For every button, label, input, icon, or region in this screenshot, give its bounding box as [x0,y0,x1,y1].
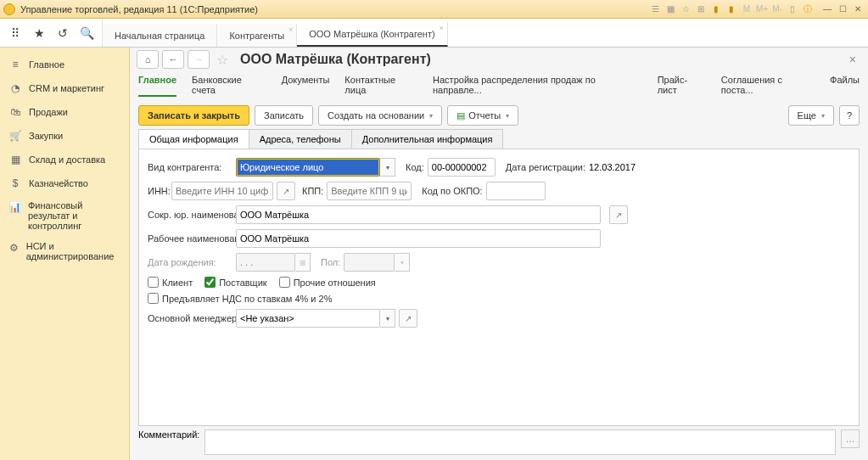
toolbar-icons: ☰ ▦ ☆ ⊞ ▮ ▮ M M+ M- ▯ ⓘ [649,3,814,15]
tab-contragents[interactable]: Контрагенты× [217,24,297,47]
sidebar-item-finresult[interactable]: 📊Финансовый результат и контроллинг [0,195,129,236]
tab-close-icon[interactable]: × [439,24,443,32]
back-button[interactable]: ← [162,50,184,69]
menu-icon: ≡ [8,58,22,71]
info-icon[interactable]: ⓘ [802,3,814,15]
okpo-input[interactable] [486,182,546,200]
sidebar-item-crm[interactable]: ◔CRM и маркетинг [0,76,129,100]
icon-m1[interactable]: M [741,3,753,15]
title-bar: Управление торговлей, редакция 11 (1С:Пр… [0,0,868,19]
subtab-addresses[interactable]: Адреса, телефоны [249,129,352,149]
icon-d[interactable]: ⊞ [695,3,707,15]
nav-docs[interactable]: Документы [282,73,330,97]
nav-bank[interactable]: Банковские счета [192,73,266,97]
type-select[interactable] [236,158,380,177]
other-checkbox[interactable]: Прочие отношения [279,277,376,288]
icon-a[interactable]: ☰ [649,3,661,15]
supplier-checkbox[interactable]: Поставщик [204,277,266,288]
manager-select[interactable] [236,309,380,328]
type-dropdown-icon[interactable]: ▾ [380,158,395,177]
icon-e[interactable]: ▮ [710,3,722,15]
help-button[interactable]: ? [839,105,860,126]
star-icon[interactable]: ★ [29,23,49,43]
close-button[interactable]: ✕ [851,3,865,15]
sidebar-item-purchases[interactable]: 🛒Закупки [0,124,129,148]
tab-current[interactable]: ООО Матрёшка (Контрагент)× [297,22,447,47]
panel-close-icon[interactable]: × [844,53,861,66]
sidebar: ≡Главное ◔CRM и маркетинг 🛍Продажи 🛒Заку… [0,48,130,460]
chart-icon: 📊 [8,200,21,214]
comment-expand-button[interactable]: … [841,429,860,448]
icon-f[interactable]: ▮ [725,3,737,15]
save-close-button[interactable]: Записать и закрыть [138,105,249,126]
nav-row: Главное Банковские счета Документы Конта… [130,71,868,102]
favorite-star-icon[interactable]: ☆ [216,52,228,68]
sidebar-item-warehouse[interactable]: ▦Склад и доставка [0,148,129,171]
sidebar-item-sales[interactable]: 🛍Продажи [0,100,129,124]
subtab-general[interactable]: Общая информация [138,129,249,149]
client-checkbox[interactable]: Клиент [148,277,193,288]
action-row: Записать и закрыть Записать Создать на о… [130,102,868,129]
code-input[interactable] [428,158,496,177]
icon-m2[interactable]: M+ [756,3,768,15]
sidebar-item-treasury[interactable]: $Казначейство [0,171,129,195]
vat-checkbox[interactable]: Предъявляет НДС по ставкам 4% и 2% [148,293,332,304]
subtabs: Общая информация Адреса, телефоны Дополн… [130,129,868,149]
gear-icon: ⚙ [8,241,20,255]
pie-icon: ◔ [8,81,22,95]
nav-files[interactable]: Файлы [830,73,860,97]
manager-label: Основной менеджер: [148,313,232,323]
app-icon [3,3,15,15]
more-button[interactable]: Еще▾ [788,105,834,126]
comment-input[interactable] [204,429,836,455]
box-icon: ▦ [8,153,22,166]
content: ⌂ ← → ☆ ООО Матрёшка (Контрагент) × Глав… [130,48,868,460]
work-input[interactable] [236,229,601,248]
subtab-extra[interactable]: Дополнительная информация [351,129,504,149]
okpo-label: Код по ОКПО: [422,186,482,196]
save-button[interactable]: Записать [255,105,313,126]
birth-input [236,253,295,272]
code-label: Код: [406,162,424,172]
manager-dropdown-icon[interactable]: ▾ [380,309,395,328]
sidebar-item-main[interactable]: ≡Главное [0,53,129,76]
short-label: Сокр. юр. наименование: [148,210,232,220]
gender-select [344,253,395,272]
history-icon[interactable]: ↺ [53,23,73,43]
max-button[interactable]: ☐ [836,3,849,15]
short-expand-button[interactable]: ↗ [609,205,628,224]
sidebar-item-nsi[interactable]: ⚙НСИ и администрирование [0,236,129,266]
gender-dropdown-icon: ▾ [395,253,410,272]
icon-b[interactable]: ▦ [664,3,676,15]
nav-settings[interactable]: Настройка распределения продаж по направ… [433,73,642,97]
regdate-label: Дата регистрации: [506,162,585,172]
icon-m3[interactable]: M- [771,3,783,15]
manager-open-button[interactable]: ↗ [399,309,417,328]
icon-c[interactable]: ☆ [680,3,692,15]
kpp-input[interactable] [327,182,412,200]
inn-input[interactable] [171,182,273,200]
reports-button[interactable]: ▤Отчеты▾ [447,105,518,126]
nav-main[interactable]: Главное [138,73,176,97]
create-based-button[interactable]: Создать на основании▾ [318,105,442,126]
window-title: Управление торговлей, редакция 11 (1С:Пр… [20,4,649,14]
nav-price[interactable]: Прайс-лист [658,73,706,97]
search-icon[interactable]: 🔍 [76,23,97,43]
nav-agreements[interactable]: Соглашения с поста... [721,73,815,97]
comment-row: Комментарий: … [130,426,868,460]
grid-icon[interactable]: ⠿ [5,23,25,43]
work-label: Рабочее наименование: [148,233,232,244]
min-button[interactable]: — [820,3,834,15]
report-icon: ▤ [456,110,465,121]
nav-contacts[interactable]: Контактные лица [344,73,417,97]
tab-close-icon[interactable]: × [288,25,293,34]
tab-home[interactable]: Начальная страница [103,24,217,47]
short-input[interactable] [236,205,601,224]
inn-lookup-button[interactable]: ↗ [277,182,295,200]
gender-label: Пол: [321,257,340,267]
forward-button[interactable]: → [188,50,210,69]
money-icon: $ [8,177,22,190]
page-title: ООО Матрёшка (Контрагент) [240,52,431,67]
home-button[interactable]: ⌂ [137,50,159,69]
icon-g[interactable]: ▯ [787,3,798,15]
